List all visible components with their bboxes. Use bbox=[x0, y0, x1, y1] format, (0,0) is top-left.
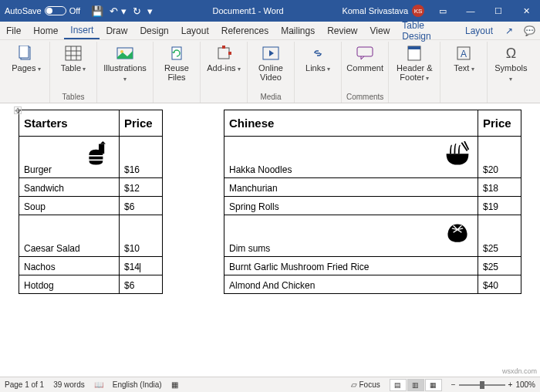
redo-icon[interactable]: ↻ bbox=[133, 5, 141, 17]
cell-dimsums[interactable]: Dim sums bbox=[224, 215, 478, 257]
cell[interactable]: Manchurian bbox=[224, 178, 478, 197]
tab-design[interactable]: Design bbox=[133, 22, 174, 39]
header-chinese[interactable]: Chinese bbox=[224, 110, 478, 137]
tab-insert[interactable]: Insert bbox=[64, 22, 100, 39]
dimsum-icon bbox=[444, 220, 471, 248]
word-count[interactable]: 39 words bbox=[53, 380, 85, 389]
zoom-in-icon[interactable]: + bbox=[508, 380, 513, 389]
window-title: Document1 - Word bbox=[159, 6, 338, 15]
undo-icon[interactable]: ↶ ▾ bbox=[110, 5, 127, 17]
tab-review[interactable]: Review bbox=[321, 22, 363, 39]
header-price-1[interactable]: Price bbox=[120, 110, 163, 137]
comment-button[interactable]: Comment bbox=[346, 42, 383, 73]
links-button[interactable]: Links bbox=[299, 42, 336, 73]
tab-view[interactable]: View bbox=[364, 22, 397, 39]
page-indicator[interactable]: Page 1 of 1 bbox=[5, 380, 44, 389]
tab-layout-context[interactable]: Layout bbox=[459, 22, 499, 39]
header-footer-button[interactable]: Header & Footer bbox=[393, 42, 435, 83]
language-indicator[interactable]: English (India) bbox=[113, 380, 162, 389]
cell-price[interactable]: $6 bbox=[120, 275, 163, 294]
cell[interactable]: Hotdog bbox=[19, 275, 120, 294]
addins-button[interactable]: Add-ins bbox=[205, 42, 242, 73]
comment-icon bbox=[356, 45, 374, 62]
qat-dropdown-icon[interactable]: ▾ bbox=[147, 5, 153, 17]
document-area[interactable]: ✥ Starters Price Chinese Price Burger $1… bbox=[0, 103, 540, 377]
cell-price[interactable]: $25 bbox=[478, 257, 521, 275]
cell-price[interactable]: $10 bbox=[120, 215, 163, 257]
header-footer-icon bbox=[405, 45, 424, 62]
web-layout-icon[interactable]: ▦ bbox=[425, 379, 442, 391]
cell-price[interactable]: $16 bbox=[120, 137, 163, 178]
minimize-icon[interactable]: — bbox=[457, 0, 484, 22]
cell[interactable]: Spring Rolls bbox=[224, 197, 478, 215]
table-anchor-icon[interactable]: ✥ bbox=[14, 106, 22, 114]
tab-draw[interactable]: Draw bbox=[100, 22, 133, 39]
tab-layout[interactable]: Layout bbox=[175, 22, 215, 39]
autosave-label: AutoSave bbox=[5, 6, 42, 15]
spellcheck-icon[interactable]: 📖 bbox=[94, 380, 103, 389]
header-starters[interactable]: Starters bbox=[19, 110, 120, 137]
ribbon-options-icon[interactable]: ▭ bbox=[429, 0, 457, 22]
online-video-button[interactable]: Online Video bbox=[252, 42, 289, 82]
cell-price[interactable]: $19 bbox=[478, 197, 521, 215]
share-icon[interactable]: ↗ bbox=[499, 25, 520, 36]
zoom-control[interactable]: − + 100% bbox=[451, 380, 535, 389]
cell-price[interactable]: $18 bbox=[478, 178, 521, 197]
header-price-2[interactable]: Price bbox=[478, 110, 521, 137]
reuse-files-icon bbox=[167, 45, 186, 62]
burger-icon bbox=[85, 141, 113, 169]
svg-rect-10 bbox=[218, 48, 229, 59]
maximize-icon[interactable]: ☐ bbox=[484, 0, 512, 22]
zoom-level[interactable]: 100% bbox=[515, 380, 535, 389]
svg-text:A: A bbox=[461, 49, 467, 59]
table-row: Sandwich $12 Manchurian $18 bbox=[19, 178, 521, 197]
autosave-toggle[interactable]: AutoSave Off bbox=[0, 6, 85, 15]
reuse-files-button[interactable]: Reuse Files bbox=[158, 42, 195, 82]
close-icon[interactable]: ✕ bbox=[512, 0, 540, 22]
cell[interactable]: Caesar Salad bbox=[19, 215, 120, 257]
cell-hakka-noodles[interactable]: Hakka Noodles bbox=[224, 137, 478, 178]
read-mode-icon[interactable]: ▤ bbox=[390, 379, 407, 391]
user-account[interactable]: Komal Srivastava KS bbox=[337, 5, 429, 17]
tab-mailings[interactable]: Mailings bbox=[275, 22, 321, 39]
tab-table-design[interactable]: Table Design bbox=[396, 22, 459, 39]
cell-price[interactable]: $25 bbox=[478, 215, 521, 257]
tab-home[interactable]: Home bbox=[27, 22, 64, 39]
cell-price[interactable]: $40 bbox=[478, 275, 521, 294]
comments-icon[interactable]: 💬 bbox=[520, 25, 540, 36]
tab-references[interactable]: References bbox=[215, 22, 275, 39]
table-row: Soup $6 Spring Rolls $19 bbox=[19, 197, 521, 215]
table-row: Burger $16 Hakka Noodles $20 bbox=[19, 137, 521, 178]
text-icon: A bbox=[454, 45, 473, 62]
cell-price[interactable]: $12 bbox=[120, 178, 163, 197]
view-buttons: ▤ ▥ ▦ bbox=[390, 379, 442, 391]
print-layout-icon[interactable]: ▥ bbox=[407, 379, 424, 391]
zoom-out-icon[interactable]: − bbox=[451, 380, 456, 389]
zoom-slider[interactable] bbox=[459, 384, 505, 386]
menu-table[interactable]: Starters Price Chinese Price Burger $16 … bbox=[19, 110, 521, 294]
macro-icon[interactable]: ▦ bbox=[171, 380, 178, 389]
symbols-icon: Ω bbox=[501, 45, 520, 62]
save-icon[interactable]: 💾 bbox=[91, 5, 103, 17]
text-button[interactable]: A Text bbox=[445, 42, 482, 73]
cell[interactable]: Soup bbox=[19, 197, 120, 215]
cell-burger[interactable]: Burger bbox=[19, 137, 120, 178]
cell[interactable]: Burnt Garlic Mushroom Fried Rice bbox=[224, 257, 478, 275]
cell-price[interactable]: $14 bbox=[120, 257, 163, 275]
table-button[interactable]: Table bbox=[55, 42, 92, 73]
illustrations-button[interactable]: Illustrations bbox=[102, 42, 148, 83]
cell-price[interactable]: $20 bbox=[478, 137, 521, 178]
symbols-button[interactable]: Ω Symbols bbox=[492, 42, 529, 83]
cell[interactable]: Almond And Chicken bbox=[224, 275, 478, 294]
focus-mode[interactable]: ▱ Focus bbox=[351, 380, 380, 389]
tables-group-label: Tables bbox=[62, 91, 85, 103]
cell[interactable]: Nachos bbox=[19, 257, 120, 275]
svg-rect-12 bbox=[228, 52, 231, 55]
tab-file[interactable]: File bbox=[0, 22, 27, 39]
svg-rect-14 bbox=[357, 47, 373, 56]
addins-icon bbox=[214, 45, 233, 62]
pages-button[interactable]: Pages bbox=[8, 42, 45, 73]
svg-rect-19 bbox=[99, 144, 104, 154]
cell-price[interactable]: $6 bbox=[120, 197, 163, 215]
cell[interactable]: Sandwich bbox=[19, 178, 120, 197]
